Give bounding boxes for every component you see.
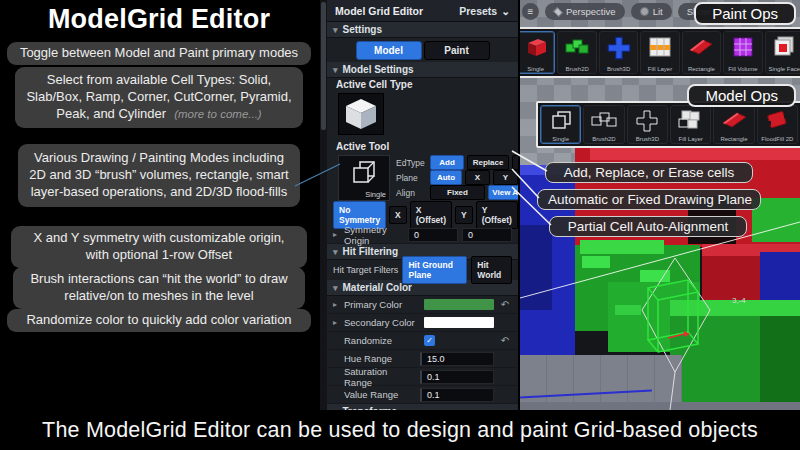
edtype-add-button[interactable]: Add [430,155,464,170]
note-text: Various Drawing / Painting Modes includi… [29,150,288,199]
plane-auto-button[interactable]: Auto [430,170,462,185]
hit-world-button[interactable]: Hit World [471,256,512,284]
paint-ops-row: Single Brush2D Brush3D Fill Layer [520,27,800,78]
hit-target-filters-label: Hit Target Filters [333,265,398,275]
edtype-label: EdType [396,158,427,168]
model-op-single[interactable]: Single [540,105,581,144]
active-tool-thumbnail[interactable]: Single [338,155,390,201]
expand-arrow-icon: ▸ [333,300,340,309]
caption-text: The ModelGrid Editor can be used to desi… [42,418,758,443]
align-fixed-button[interactable]: Fixed [430,185,485,200]
menu-button[interactable]: ≡ [522,3,539,20]
expand-arrow-icon: ▸ [333,318,340,327]
mode-model-button[interactable]: Model [356,41,422,60]
section-settings[interactable]: ▾ Settings [327,22,518,38]
paint-op-label: Fill Volume [724,66,761,72]
collapse-arrow-icon: ▾ [333,283,338,293]
symmetry-y-offset-button[interactable]: Y (Offset) [476,201,518,229]
symmetry-origin-label: Symmetry Origin [344,224,404,246]
note-randomize-color: Randomize color to quickly add color var… [7,309,311,332]
perspective-button[interactable]: Perspective [545,3,625,20]
paint-op-rectangle[interactable]: Rectangle [682,31,721,74]
model-op-fill-layer[interactable]: Fill Layer [670,105,711,144]
hue-range-field[interactable]: 15.0 [420,352,494,366]
model-op-label: Brush3D [628,136,667,142]
secondary-color-swatch[interactable] [424,317,494,328]
paint-op-brush3d[interactable]: Brush3D [599,31,638,74]
lit-button[interactable]: Lit [631,3,672,20]
voxel-blue-dark [520,225,552,310]
secondary-color-label: Secondary Color [344,317,420,328]
note-text: Randomize color to quickly add color var… [26,312,291,327]
voxel-green-bigcube-side [760,316,800,410]
voxel-green-hl2 [640,270,670,282]
panel-header: Model Grid Editor Presets ⌄ [327,0,518,22]
paint-op-single[interactable]: Single [520,31,555,74]
modelgrid-editor-panel: Model Grid Editor Presets ⌄ ▾ Settings M… [320,0,518,410]
mode-paint-button[interactable]: Paint [424,41,490,60]
plane-label: Plane [396,173,427,183]
randomize-checkbox[interactable]: ✓ [424,335,435,346]
paint-op-brush2d[interactable]: Brush2D [557,31,596,74]
align-view-aligned-button[interactable]: View Aligned [488,185,518,200]
note-drawing-modes: Various Drawing / Painting Modes includi… [18,144,300,207]
paint-op-label: Single [520,66,554,72]
symmetry-origin-x-field[interactable]: 0 [408,228,458,242]
cursor-coords-label: 3,-4 [732,296,746,305]
callout-edtype: Add, Replace, or Erase cells [545,162,753,183]
viewport-3d[interactable]: 3,-4 ≡ Perspective Lit Show Single [520,0,800,410]
panel-scrollbar[interactable] [320,0,327,410]
note-text: X and Y symmetry with customizable origi… [34,230,285,262]
caption-bar: The ModelGrid Editor can be used to desi… [0,410,800,450]
paint-op-fill-layer[interactable]: Fill Layer [640,31,679,74]
saturation-range-label: Saturation Range [344,366,416,388]
voxel-green-hl3 [615,305,641,315]
paint-op-label: Single Face [766,66,800,72]
saturation-range-field[interactable]: 0.1 [420,370,494,384]
model-op-rectangle[interactable]: Rectangle [713,105,754,144]
edtype-erase-button[interactable]: Erase [512,155,518,170]
symmetry-origin-y-field[interactable]: 0 [462,228,512,242]
plane-y-button[interactable]: Y [493,170,518,185]
plane-x-button[interactable]: X [465,170,490,185]
voxel-green-hl1 [582,256,610,268]
voxel-red-top [590,147,800,160]
lit-label: Lit [653,6,663,17]
note-text: Brush interactions can “hit the world” t… [30,271,287,303]
value-range-field[interactable]: 0.1 [420,388,494,402]
presets-dropdown[interactable]: Presets ⌄ [459,5,510,17]
model-op-floodfill2d[interactable]: FloodFill 2D [757,105,798,144]
page-title: ModelGrid Editor [0,4,318,35]
active-cell-type-thumbnail[interactable] [338,93,384,135]
paint-op-label: Brush2D [558,66,595,72]
value-range-row: Value Range 0.1 [327,386,518,404]
primary-color-row: ▸ Primary Color ↶ [327,296,518,314]
symmetry-y-button[interactable]: Y [455,206,473,224]
voxel-green-top1 [580,240,664,254]
paint-op-fill-volume[interactable]: Fill Volume [723,31,762,74]
model-op-brush3d[interactable]: Brush3D [627,105,668,144]
symmetry-x-offset-button[interactable]: X (Offset) [410,201,452,229]
paint-op-single-face[interactable]: Single Face [765,31,800,74]
edtype-replace-button[interactable]: Replace [467,155,509,170]
hit-ground-plane-button[interactable]: Hit Ground Plane [402,256,467,284]
edtype-row: EdType Add Replace Erase [396,156,518,169]
active-cell-type-label: Active Cell Type [327,78,518,92]
plane-row: Plane Auto X Y Z [396,171,518,184]
undo-icon[interactable]: ↶ [498,299,512,310]
saturation-range-row: Saturation Range 0.1 [327,368,518,386]
symmetry-x-button[interactable]: X [389,206,407,224]
primary-color-swatch[interactable] [424,299,494,310]
scrollbar-thumb[interactable] [321,2,326,130]
paint-fill-volume-icon [730,35,756,59]
note-cell-types: Select from available Cell Types: Solid,… [15,67,303,128]
secondary-color-row: ▸ Secondary Color [327,314,518,332]
model-op-brush2d[interactable]: Brush2D [583,105,624,144]
model-ops-title: Model Ops [687,84,796,107]
paint-brush2d-icon [563,35,591,59]
active-tool-label: Active Tool [327,140,518,154]
section-label: Settings [343,24,382,35]
section-model-settings[interactable]: ▾ Model Settings [327,62,518,78]
undo-icon[interactable]: ↶ [498,335,512,346]
model-ops-row: Single Brush2D Brush3D Fill Layer [536,101,800,148]
